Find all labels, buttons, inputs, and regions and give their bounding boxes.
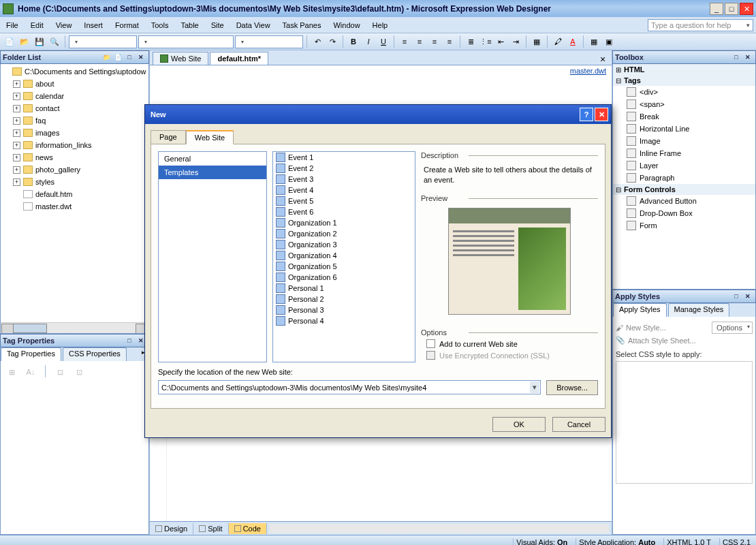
expand-icon[interactable]: +: [13, 166, 20, 174]
show-set-icon[interactable]: ⊡: [53, 365, 67, 379]
tree-item[interactable]: +photo_gallery: [2, 164, 147, 176]
help-search-input[interactable]: Type a question for help: [648, 19, 753, 31]
template-item[interactable]: Organization 5: [273, 261, 415, 272]
category-list[interactable]: GeneralTemplates: [158, 151, 267, 362]
menu-view[interactable]: View: [50, 21, 78, 29]
toolbox-item[interactable]: Image: [613, 135, 755, 147]
ok-button[interactable]: OK: [492, 417, 546, 432]
expand-icon[interactable]: +: [13, 129, 20, 137]
h-scrollbar[interactable]: [270, 524, 609, 533]
panel-close-icon[interactable]: ✕: [136, 52, 146, 62]
bullet-list-icon[interactable]: ⋮≡: [479, 35, 492, 48]
table-icon[interactable]: ▦: [587, 35, 601, 48]
style-dropdown[interactable]: [69, 35, 137, 48]
dialog-titlebar[interactable]: New ? ✕: [145, 105, 611, 124]
font-color-icon[interactable]: A: [566, 35, 580, 48]
expand-icon[interactable]: +: [13, 142, 20, 149]
outdent-icon[interactable]: ⇤: [494, 35, 507, 48]
newstyle-link[interactable]: New Style...: [626, 324, 666, 332]
toolbox-section[interactable]: Tags: [613, 75, 755, 86]
h-scrollbar[interactable]: [1, 322, 148, 333]
template-item[interactable]: Organization 1: [273, 217, 415, 228]
toolbox-item[interactable]: Form: [613, 219, 755, 232]
new-page-icon[interactable]: 📄: [112, 52, 123, 62]
numbered-list-icon[interactable]: ≣: [464, 35, 477, 48]
browse-button[interactable]: Browse...: [546, 380, 598, 395]
preview-icon[interactable]: 🔍: [48, 35, 61, 48]
align-left-icon[interactable]: ≡: [398, 35, 411, 48]
toolbox-item[interactable]: <span>: [613, 98, 755, 110]
menu-file[interactable]: File: [0, 21, 25, 29]
menu-insert[interactable]: Insert: [78, 21, 109, 29]
tree-item[interactable]: master.dwt: [2, 200, 147, 213]
undo-icon[interactable]: ↶: [311, 35, 324, 48]
view-code[interactable]: Code: [229, 523, 267, 534]
menu-taskpanes[interactable]: Task Panes: [277, 21, 328, 29]
template-item[interactable]: Event 6: [273, 206, 415, 217]
toolbox-item[interactable]: Break: [613, 110, 755, 123]
panel-menu-icon[interactable]: □: [731, 292, 742, 301]
expand-icon[interactable]: +: [13, 105, 20, 112]
template-item[interactable]: Organization 2: [273, 228, 415, 239]
tree-item[interactable]: +contact: [2, 102, 147, 114]
master-page-link[interactable]: master.dwt: [150, 65, 612, 76]
tree-item[interactable]: +about: [2, 78, 147, 90]
tab-default-htm[interactable]: default.htm*: [210, 52, 268, 65]
font-dropdown[interactable]: [138, 35, 234, 48]
dialog-close-button[interactable]: ✕: [595, 108, 608, 121]
tab-applystyles[interactable]: Apply Styles: [613, 303, 667, 317]
redo-icon[interactable]: ↷: [326, 35, 339, 48]
help-button[interactable]: ?: [580, 108, 593, 121]
template-item[interactable]: Event 4: [273, 185, 415, 196]
panel-close-icon[interactable]: ✕: [742, 52, 753, 62]
show-all-icon[interactable]: ⊡: [72, 365, 86, 379]
bold-icon[interactable]: B: [347, 35, 360, 48]
toolbox-item[interactable]: <div>: [613, 86, 755, 98]
toolbox-item[interactable]: Paragraph: [613, 172, 755, 184]
tab-managestyles[interactable]: Manage Styles: [668, 303, 730, 317]
new-folder-icon[interactable]: 📁: [101, 52, 112, 62]
template-item[interactable]: Event 1: [273, 152, 415, 163]
dialog-tab-website[interactable]: Web Site: [186, 130, 234, 144]
expand-icon[interactable]: +: [13, 80, 20, 88]
menu-site[interactable]: Site: [205, 21, 230, 29]
align-right-icon[interactable]: ≡: [428, 35, 441, 48]
sort-category-icon[interactable]: ⊞: [5, 365, 18, 379]
cancel-button[interactable]: Cancel: [552, 417, 605, 432]
style-list[interactable]: [616, 361, 753, 484]
template-list[interactable]: Event 1Event 2Event 3Event 4Event 5Event…: [272, 151, 415, 362]
borders-icon[interactable]: ▦: [530, 35, 544, 48]
category-item[interactable]: Templates: [159, 166, 266, 179]
save-icon[interactable]: 💾: [33, 35, 46, 48]
panel-menu-icon[interactable]: □: [124, 336, 135, 345]
size-dropdown[interactable]: [235, 35, 303, 48]
align-justify-icon[interactable]: ≡: [443, 35, 456, 48]
toolbox-item[interactable]: Drop-Down Box: [613, 207, 755, 219]
toolbox-item[interactable]: Advanced Button: [613, 195, 755, 207]
toolbox-item[interactable]: Horizontal Line: [613, 123, 755, 135]
template-item[interactable]: Organization 4: [273, 250, 415, 261]
tree-item[interactable]: +calendar: [2, 90, 147, 102]
tree-item[interactable]: +faq: [2, 114, 147, 127]
tab-website[interactable]: Web Site: [153, 52, 208, 65]
view-split[interactable]: Split: [193, 523, 228, 534]
toolbox-item[interactable]: Inline Frame: [613, 147, 755, 159]
toolbox-item[interactable]: Layer: [613, 159, 755, 172]
template-item[interactable]: Personal 4: [273, 315, 415, 326]
panel-close-icon[interactable]: ✕: [742, 292, 753, 301]
tree-item[interactable]: +information_links: [2, 139, 147, 151]
layer-icon[interactable]: ▣: [602, 35, 616, 48]
highlight-icon[interactable]: 🖍: [551, 35, 565, 48]
template-item[interactable]: Organization 3: [273, 239, 415, 250]
tab-tagproperties[interactable]: Tag Properties: [1, 347, 61, 361]
template-item[interactable]: Personal 3: [273, 305, 415, 315]
view-design[interactable]: Design: [150, 523, 193, 534]
attach-link[interactable]: Attach Style Sheet...: [628, 337, 696, 345]
template-item[interactable]: Personal 1: [273, 283, 415, 294]
tree-item[interactable]: default.htm: [2, 188, 147, 200]
tree-root[interactable]: C:\Documents and Settings\uptodow: [2, 65, 147, 78]
menu-dataview[interactable]: Data View: [230, 21, 277, 29]
menu-edit[interactable]: Edit: [25, 21, 50, 29]
new-icon[interactable]: 📄: [3, 35, 16, 48]
panel-menu-icon[interactable]: □: [731, 52, 742, 62]
